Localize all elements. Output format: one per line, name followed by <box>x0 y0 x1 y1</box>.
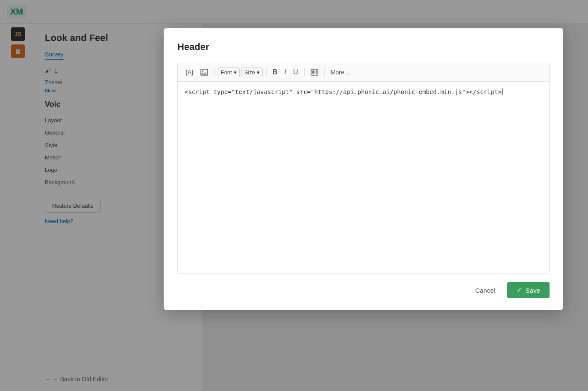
cursor <box>502 88 506 95</box>
image-button[interactable] <box>198 67 211 77</box>
toolbar-separator-3 <box>304 68 305 76</box>
size-selector[interactable]: Size ▾ <box>241 68 263 77</box>
editor-toolbar: {A} Font ▾ Size ▾ B I U <box>177 63 550 81</box>
save-button[interactable]: ✓ Save <box>507 282 550 298</box>
font-selector[interactable]: Font ▾ <box>218 68 240 77</box>
modal-title: Header <box>177 41 550 53</box>
more-button[interactable]: More... <box>328 67 352 77</box>
bold-button[interactable]: B <box>270 67 280 78</box>
toolbar-separator-2 <box>266 68 267 76</box>
svg-point-1 <box>202 71 203 72</box>
underline-button[interactable]: U <box>291 67 301 78</box>
modal-footer: Cancel ✓ Save <box>177 282 550 298</box>
editor-content-area[interactable]: <script type="text/javascript" src="http… <box>177 81 550 273</box>
source-button[interactable]: {A} <box>183 67 196 77</box>
code-button[interactable] <box>308 67 321 77</box>
header-modal: Header {A} Font ▾ Size ▾ B I U <box>164 28 563 310</box>
save-check-icon: ✓ <box>517 286 522 294</box>
toolbar-separator-4 <box>324 68 325 76</box>
editor-text: <script type="text/javascript" src="http… <box>185 88 502 95</box>
toolbar-separator-1 <box>214 68 215 76</box>
italic-button[interactable]: I <box>282 67 289 78</box>
cancel-button[interactable]: Cancel <box>468 283 502 297</box>
